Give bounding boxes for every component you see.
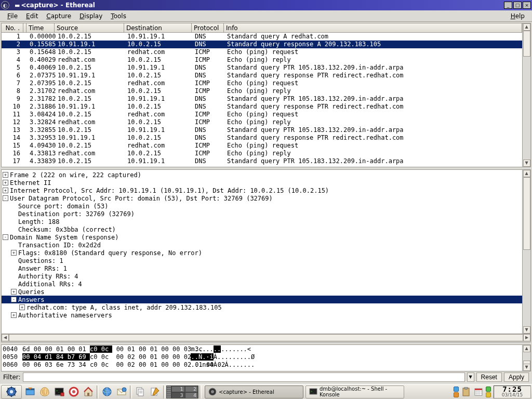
browser-icon[interactable]	[101, 385, 113, 398]
expand-icon[interactable]: +	[11, 289, 17, 295]
packet-row[interactable]: 123.328246redhat.com10.0.2.15ICMPEcho (p…	[2, 118, 522, 126]
tree-row[interactable]: Questions: 1	[2, 257, 522, 264]
scroll-thumb[interactable]	[523, 177, 530, 250]
filter-apply-button[interactable]: Apply	[504, 373, 529, 382]
hex-row[interactable]: 005000 04 d1 84 b7 69 c0 0c 00 02 00 01 …	[3, 353, 521, 361]
menu-file[interactable]: File	[3, 11, 22, 21]
col-header-no[interactable]: No. .	[2, 23, 23, 32]
expand-icon[interactable]: +	[3, 172, 8, 178]
tree-row[interactable]: +Queries	[2, 288, 522, 296]
packet-row[interactable]: 92.31782110.0.2.1510.91.19.1DNSStandard …	[2, 95, 522, 103]
packet-vscrollbar[interactable]: ▲ ▼	[522, 23, 530, 167]
scroll-thumb[interactable]	[523, 31, 530, 57]
tree-row[interactable]: +Frame 2 (222 on wire, 222 captured)	[2, 171, 522, 179]
tree-row[interactable]: -User Datagram Protocol, Src Port: domai…	[2, 194, 522, 202]
packet-row[interactable]: 72.07395710.0.2.15redhat.comICMPEcho (pi…	[2, 79, 522, 87]
scroll-down-icon[interactable]: ▼	[523, 159, 530, 167]
edit-icon[interactable]	[149, 385, 161, 398]
home-icon[interactable]	[82, 385, 95, 398]
menu-display[interactable]: Display	[75, 11, 107, 21]
minimize-button[interactable]: _	[504, 2, 512, 9]
docs-icon[interactable]	[134, 385, 147, 398]
packet-row[interactable]: 174.33839510.0.2.1510.91.19.1DNSStandard…	[2, 157, 522, 165]
col-header-destination[interactable]: Destination	[124, 23, 192, 32]
task-ethereal[interactable]: <capture> - Ethereal	[205, 385, 303, 398]
pager-cell-4[interactable]: 4	[185, 392, 198, 398]
scroll-thumb[interactable]	[9, 334, 523, 341]
packet-row[interactable]: 50.40069810.0.2.1510.91.19.1DNSStandard …	[2, 64, 522, 72]
packet-row[interactable]: 20.15585510.91.19.110.0.2.15DNSStandard …	[2, 41, 522, 48]
scroll-right-icon[interactable]: ▶	[523, 334, 530, 341]
tree-row[interactable]: +Ethernet II	[2, 179, 522, 187]
shell-icon[interactable]	[38, 385, 51, 398]
scroll-up-icon[interactable]: ▲	[523, 170, 530, 177]
packet-row[interactable]: 102.31886610.91.19.110.0.2.15DNSStandard…	[2, 103, 522, 111]
pager-cell-1[interactable]: 1	[171, 386, 185, 392]
menu-edit[interactable]: Edit	[22, 11, 42, 21]
col-header-time[interactable]: Time	[26, 23, 55, 32]
packet-row[interactable]: 133.32855110.0.2.1510.91.19.1DNSStandard…	[2, 126, 522, 134]
packet-bytes-rows[interactable]: 00406d 00 00 01 00 01 c0 0c 00 01 00 01 …	[2, 345, 522, 371]
tree-row[interactable]: Authority RRs: 4	[2, 272, 522, 280]
col-header-source[interactable]: Source	[55, 23, 124, 32]
collapse-icon[interactable]: -	[11, 297, 17, 302]
tree-row[interactable]: -Answers	[2, 296, 522, 303]
tree-row[interactable]: +Flags: 0x8180 (Standard query response,…	[2, 249, 522, 257]
show-desktop-icon[interactable]	[24, 385, 36, 398]
expand-icon[interactable]: +	[11, 312, 17, 318]
pager-cell-3[interactable]: 3	[171, 392, 185, 398]
tree-row[interactable]: -Domain Name System (response)	[2, 233, 522, 241]
collapse-icon[interactable]: -	[3, 234, 8, 240]
packet-row[interactable]: 154.09430710.0.2.15redhat.comICMPEcho (p…	[2, 142, 522, 150]
packet-row[interactable]: 62.07375110.91.19.110.0.2.15DNSStandard …	[2, 72, 522, 79]
scroll-down-icon[interactable]: ▼	[523, 364, 530, 371]
hex-row[interactable]: 006000 06 03 6e 73 34 c0 0c 00 02 00 01 …	[3, 361, 521, 369]
col-header-info[interactable]: Info	[224, 23, 522, 32]
menu-help[interactable]: Help	[507, 11, 529, 21]
tree-row[interactable]: +redhat.com: type A, class inet, addr 20…	[2, 303, 522, 311]
packet-list-rows[interactable]: 10.00000010.0.2.1510.91.19.1DNSStandard …	[2, 33, 522, 167]
details-hscrollbar[interactable]: ◀ ▶	[2, 334, 530, 342]
filter-input[interactable]	[23, 373, 465, 382]
details-vscrollbar[interactable]: ▲ ▼	[522, 170, 530, 334]
tree-row[interactable]: Answer RRs: 1	[2, 264, 522, 272]
tree-row[interactable]: +Internet Protocol, Src Addr: 10.91.19.1…	[2, 187, 522, 194]
packet-details-rows[interactable]: +Frame 2 (222 on wire, 222 captured)+Eth…	[2, 170, 522, 334]
task-konsole[interactable]: >_ dmb@localhost:~ - Shell - Konsole	[305, 385, 404, 398]
menu-tools[interactable]: Tools	[107, 11, 130, 21]
packet-row[interactable]: 113.08424410.0.2.15redhat.comICMPEcho (p…	[2, 111, 522, 118]
scroll-up-icon[interactable]: ▲	[523, 345, 530, 352]
packet-row[interactable]: 30.15648410.0.2.15redhat.comICMPEcho (pi…	[2, 48, 522, 56]
packet-row[interactable]: 143.32953910.91.19.110.0.2.15DNSStandard…	[2, 134, 522, 142]
tree-row[interactable]: Destination port: 32769 (32769)	[2, 210, 522, 218]
mail-icon[interactable]	[115, 385, 128, 398]
expand-icon[interactable]: +	[3, 188, 8, 193]
bytes-vscrollbar[interactable]: ▲ ▼	[522, 345, 530, 371]
filter-dropdown-icon[interactable]: ▼	[467, 373, 474, 382]
tree-row[interactable]: +Authoritative nameservers	[2, 311, 522, 319]
col-header-protocol[interactable]: Protocol	[192, 23, 224, 32]
filter-reset-button[interactable]: Reset	[476, 373, 502, 382]
help-icon[interactable]	[68, 385, 80, 398]
packet-row[interactable]: 10.00000010.0.2.1510.91.19.1DNSStandard …	[2, 33, 522, 41]
tree-row[interactable]: Additional RRs: 4	[2, 280, 522, 288]
close-button[interactable]: ×	[523, 2, 531, 9]
tree-row[interactable]: Checksum: 0x3bba (correct)	[2, 225, 522, 233]
maximize-button[interactable]: □	[513, 2, 522, 9]
clock[interactable]: 7:25 03/14/15	[494, 385, 531, 398]
tray-status-icon[interactable]	[485, 386, 491, 397]
hex-row[interactable]: 00406d 00 00 01 00 01 c0 0c 00 01 00 01 …	[3, 345, 521, 353]
expand-icon[interactable]: +	[11, 250, 17, 256]
tree-row[interactable]: Length: 188	[2, 218, 522, 225]
scroll-down-icon[interactable]: ▼	[523, 326, 530, 334]
clipboard-icon[interactable]	[461, 385, 471, 398]
packet-row[interactable]: 82.317025redhat.com10.0.2.15ICMPEcho (pi…	[2, 87, 522, 95]
scroll-up-icon[interactable]: ▲	[523, 23, 530, 31]
pager-cell-2[interactable]: 2	[185, 386, 198, 392]
tree-row[interactable]: Source port: domain (53)	[2, 202, 522, 210]
collapse-icon[interactable]: -	[3, 195, 8, 201]
calendar-icon[interactable]	[474, 385, 483, 398]
menu-capture[interactable]: Capture	[42, 11, 75, 21]
packet-row[interactable]: 164.338132redhat.com10.0.2.15ICMPEcho (p…	[2, 150, 522, 157]
expand-icon[interactable]: +	[3, 180, 8, 185]
